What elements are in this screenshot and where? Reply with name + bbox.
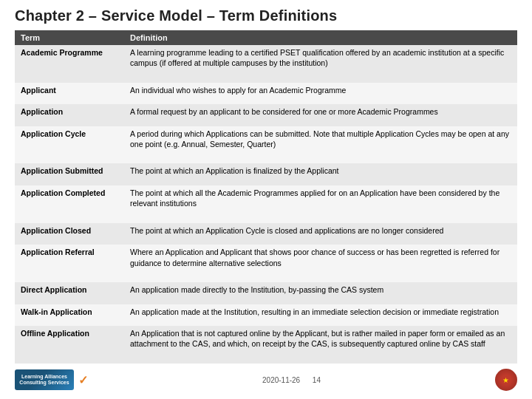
- footer-left: Learning Alliances Consulting Services ✓: [15, 369, 88, 390]
- table-row: ApplicationA formal request by an applic…: [15, 104, 517, 126]
- cell-definition: A formal request by an applicant to be c…: [124, 104, 517, 126]
- table-row: Application ReferralWhere an Application…: [15, 245, 517, 282]
- cell-definition: A learning programme leading to a certif…: [124, 45, 517, 83]
- col-term: Term: [15, 30, 124, 45]
- table-row: Application CompletedThe point at which …: [15, 185, 517, 223]
- table-header-row: Term Definition: [15, 30, 517, 45]
- checkmark-icon: ✓: [78, 373, 88, 387]
- footer-date-page: 2020-11-26 14: [262, 376, 321, 384]
- table-row: Application SubmittedThe point at which …: [15, 163, 517, 185]
- cell-term: Application Cycle: [15, 126, 124, 164]
- cell-term: Applicant: [15, 83, 124, 105]
- cell-definition: A period during which Applications can b…: [124, 126, 517, 164]
- cell-term: Application Closed: [15, 223, 124, 245]
- page-title: Chapter 2 – Service Model – Term Definit…: [15, 7, 517, 24]
- cell-definition: An application made directly to the Inst…: [124, 282, 517, 304]
- page-container: Chapter 2 – Service Model – Term Definit…: [0, 0, 532, 399]
- cell-term: Offline Application: [15, 326, 124, 364]
- table-row: Application CycleA period during which A…: [15, 126, 517, 164]
- cell-term: Academic Programme: [15, 45, 124, 83]
- table-row: Application ClosedThe point at which an …: [15, 223, 517, 245]
- footer-page: 14: [313, 376, 321, 384]
- cell-definition: An application made at the Institution, …: [124, 304, 517, 327]
- cell-definition: The point at which an Application Cycle …: [124, 223, 517, 245]
- cell-definition: An Application that is not captured onli…: [124, 326, 517, 364]
- table-row: Direct ApplicationAn application made di…: [15, 282, 517, 304]
- company-logo: Learning Alliances Consulting Services: [15, 369, 74, 390]
- cell-term: Application Submitted: [15, 163, 124, 185]
- cell-definition: The point at which all the Academic Prog…: [124, 185, 517, 223]
- cell-definition: An individual who wishes to apply for an…: [124, 83, 517, 105]
- cell-definition: The point at which an Application is fin…: [124, 163, 517, 185]
- cell-term: Application: [15, 104, 124, 126]
- cell-definition: Where an Application and Applicant that …: [124, 245, 517, 282]
- table-row: Offline ApplicationAn Application that i…: [15, 326, 517, 364]
- cell-term: Application Completed: [15, 185, 124, 223]
- table-row: ApplicantAn individual who wishes to app…: [15, 83, 517, 105]
- col-definition: Definition: [124, 30, 517, 45]
- coat-of-arms-icon: ★: [495, 369, 517, 391]
- cell-term: Application Referral: [15, 245, 124, 282]
- logo-text: Learning Alliances Consulting Services: [19, 374, 69, 386]
- footer: Learning Alliances Consulting Services ✓…: [15, 366, 517, 393]
- cell-term: Direct Application: [15, 282, 124, 304]
- definitions-table: Term Definition Academic ProgrammeA lear…: [15, 30, 517, 364]
- table-row: Academic ProgrammeA learning programme l…: [15, 45, 517, 83]
- cell-term: Walk-in Application: [15, 304, 124, 327]
- footer-date: 2020-11-26: [262, 376, 300, 384]
- table-row: Walk-in ApplicationAn application made a…: [15, 304, 517, 327]
